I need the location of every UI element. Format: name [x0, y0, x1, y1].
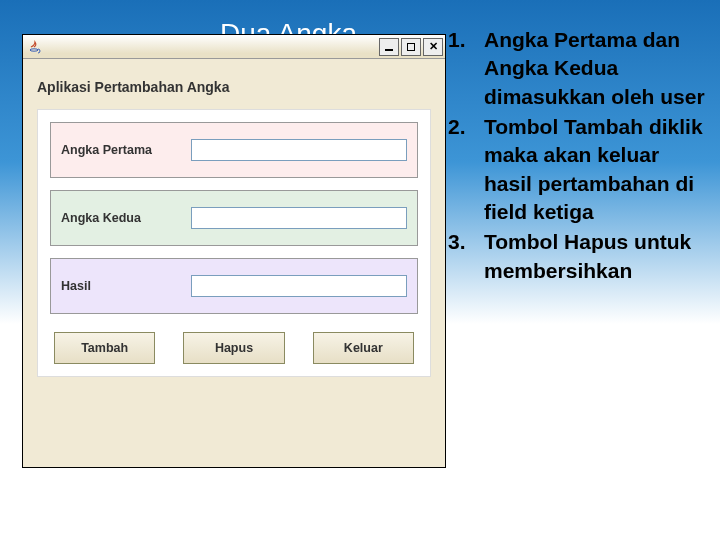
label-first-number: Angka Pertama — [61, 143, 179, 157]
java-icon — [27, 39, 43, 55]
app-window: ✕ Aplikasi Pertambahan Angka Angka Perta… — [22, 34, 446, 468]
form-panel: Angka Pertama Angka Kedua Hasil Tambah H… — [37, 109, 431, 377]
label-second-number: Angka Kedua — [61, 211, 179, 225]
close-button[interactable]: ✕ — [423, 38, 443, 56]
add-button[interactable]: Tambah — [54, 332, 155, 364]
input-second-number[interactable] — [191, 207, 407, 229]
instruction-3: Tombol Hapus untuk membersihkan — [448, 228, 710, 285]
clear-button[interactable]: Hapus — [183, 332, 284, 364]
field-row-second: Angka Kedua — [50, 190, 418, 246]
input-result[interactable] — [191, 275, 407, 297]
titlebar: ✕ — [23, 35, 445, 59]
svg-point-0 — [30, 48, 38, 50]
instruction-2: Tombol Tambah diklik maka akan keluar ha… — [448, 113, 710, 226]
field-row-first: Angka Pertama — [50, 122, 418, 178]
input-first-number[interactable] — [191, 139, 407, 161]
maximize-button[interactable] — [401, 38, 421, 56]
button-row: Tambah Hapus Keluar — [50, 332, 418, 364]
field-row-result: Hasil — [50, 258, 418, 314]
label-result: Hasil — [61, 279, 179, 293]
app-title: Aplikasi Pertambahan Angka — [37, 79, 431, 95]
instruction-1: Angka Pertama dan Angka Kedua dimasukkan… — [448, 26, 710, 111]
exit-button[interactable]: Keluar — [313, 332, 414, 364]
minimize-button[interactable] — [379, 38, 399, 56]
instructions-list: Angka Pertama dan Angka Kedua dimasukkan… — [448, 26, 710, 287]
client-area: Aplikasi Pertambahan Angka Angka Pertama… — [23, 59, 445, 467]
